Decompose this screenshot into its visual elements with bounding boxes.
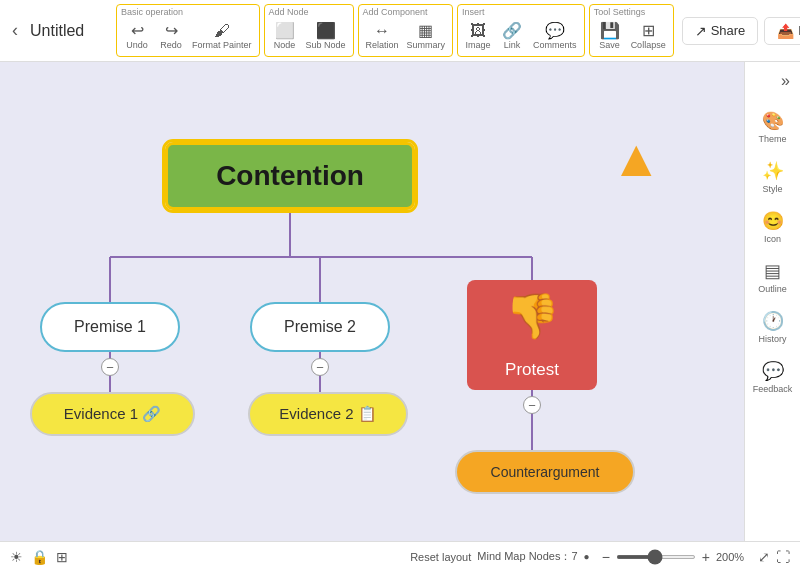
icon-icon: 😊: [762, 210, 784, 232]
undo-button[interactable]: ↩ Undo: [121, 19, 153, 52]
toolbar-buttons-basic: ↩ Undo ↪ Redo 🖌 Format Painter: [121, 19, 255, 52]
theme-label: Theme: [758, 134, 786, 144]
sidebar-collapse-area: »: [745, 70, 800, 92]
evidence1-label: Evidence 1 🔗: [64, 405, 161, 423]
premise2-node[interactable]: Premise 2: [250, 302, 390, 352]
toolbar-buttons-tool-settings: 💾 Save ⊞ Collapse: [594, 19, 669, 52]
node-icon: ⬜: [275, 21, 295, 40]
summary-icon: ▦: [418, 21, 433, 40]
header: ‹ Untitled Basic operation ↩ Undo ↪ Redo…: [0, 0, 800, 62]
statusbar-grid-icon[interactable]: ⊞: [56, 549, 68, 565]
link-icon: 🔗: [502, 21, 522, 40]
statusbar-sun-icon[interactable]: ☀: [10, 549, 23, 565]
toolbar-group-add-node-label: Add Node: [269, 7, 309, 17]
format-painter-label: Format Painter: [192, 40, 252, 50]
export-button[interactable]: 📤 Export: [764, 17, 800, 45]
contention-label: Contention: [216, 160, 364, 192]
link-button[interactable]: 🔗 Link: [496, 19, 528, 52]
toolbar: Basic operation ↩ Undo ↪ Redo 🖌 Format P…: [116, 4, 674, 57]
comments-button[interactable]: 💬 Comments: [530, 19, 580, 52]
image-label: Image: [466, 40, 491, 50]
style-label: Style: [762, 184, 782, 194]
theme-icon: 🎨: [762, 110, 784, 132]
statusbar-lock-icon[interactable]: 🔒: [31, 549, 48, 565]
share-export-group: ↗ Share 📤 Export: [682, 17, 800, 45]
fit-screen-icon[interactable]: ⤢: [758, 549, 770, 565]
node-label: Node: [274, 40, 296, 50]
toolbar-group-add-component-label: Add Component: [363, 7, 428, 17]
canvas[interactable]: ▲ Contention Premise 1 Premise 2 👎 Prote…: [0, 62, 744, 541]
toolbar-buttons-add-node: ⬜ Node ⬛ Sub Node: [269, 19, 349, 52]
feedback-label: Feedback: [753, 384, 793, 394]
evidence1-node[interactable]: Evidence 1 🔗: [30, 392, 195, 436]
relation-button[interactable]: ↔ Relation: [363, 19, 402, 52]
sidebar-item-icon[interactable]: 😊 Icon: [745, 204, 800, 250]
counterargument-node[interactable]: Counterargument: [455, 450, 635, 494]
relation-icon: ↔: [374, 21, 390, 40]
sub-node-button[interactable]: ⬛ Sub Node: [303, 19, 349, 52]
redo-label: Redo: [160, 40, 182, 50]
toolbar-group-tool-settings: Tool Settings 💾 Save ⊞ Collapse: [589, 4, 674, 57]
collapse-premise1-button[interactable]: −: [101, 358, 119, 376]
fullscreen-icon[interactable]: ⛶: [776, 549, 790, 565]
redo-button[interactable]: ↪ Redo: [155, 19, 187, 52]
summary-button[interactable]: ▦ Summary: [404, 19, 449, 52]
zoom-in-icon[interactable]: +: [702, 549, 710, 565]
premise2-label: Premise 2: [284, 318, 356, 336]
sidebar-item-style[interactable]: ✨ Style: [745, 154, 800, 200]
collapse-premise2-button[interactable]: −: [311, 358, 329, 376]
toolbar-group-basic-label: Basic operation: [121, 7, 183, 17]
image-button[interactable]: 🖼 Image: [462, 19, 494, 52]
share-label: Share: [711, 23, 746, 38]
main-area: ▲ Contention Premise 1 Premise 2 👎 Prote…: [0, 62, 800, 541]
save-icon: 💾: [600, 21, 620, 40]
history-icon: 🕐: [762, 310, 784, 332]
collapse-icon: ⊞: [642, 21, 655, 40]
zoom-slider[interactable]: [616, 555, 696, 559]
zoom-out-icon[interactable]: −: [602, 549, 610, 565]
counterargument-label: Counterargument: [491, 464, 600, 480]
toolbar-buttons-insert: 🖼 Image 🔗 Link 💬 Comments: [462, 19, 580, 52]
sidebar-item-history[interactable]: 🕐 History: [745, 304, 800, 350]
sidebar-item-feedback[interactable]: 💬 Feedback: [745, 354, 800, 400]
statusbar-expand-icons: ⤢ ⛶: [758, 549, 790, 565]
history-label: History: [758, 334, 786, 344]
evidence2-label: Evidence 2 📋: [279, 405, 376, 423]
style-icon: ✨: [762, 160, 784, 182]
export-icon: 📤: [777, 23, 794, 39]
contention-node[interactable]: Contention: [165, 142, 415, 210]
protest-node[interactable]: 👎 Protest: [467, 280, 597, 390]
premise1-node[interactable]: Premise 1: [40, 302, 180, 352]
statusbar: ☀ 🔒 ⊞ Reset layout Mind Map Nodes：7 ● − …: [0, 541, 800, 571]
toolbar-group-add-component: Add Component ↔ Relation ▦ Summary: [358, 4, 454, 57]
format-painter-icon: 🖌: [214, 21, 230, 40]
sidebar-collapse-button[interactable]: »: [775, 70, 796, 92]
thumbsdown-icon: 👎: [505, 290, 560, 342]
node-button[interactable]: ⬜ Node: [269, 19, 301, 52]
statusbar-dot-icon: ●: [584, 551, 590, 562]
share-button[interactable]: ↗ Share: [682, 17, 759, 45]
reset-layout-button[interactable]: Reset layout: [410, 551, 471, 563]
outline-label: Outline: [758, 284, 787, 294]
format-painter-button[interactable]: 🖌 Format Painter: [189, 19, 255, 52]
share-icon: ↗: [695, 23, 707, 39]
zoom-level-label: 200%: [716, 551, 752, 563]
statusbar-left-icons: ☀ 🔒 ⊞: [10, 549, 68, 565]
sidebar-item-theme[interactable]: 🎨 Theme: [745, 104, 800, 150]
undo-label: Undo: [126, 40, 148, 50]
toolbar-group-add-node: Add Node ⬜ Node ⬛ Sub Node: [264, 4, 354, 57]
evidence2-node[interactable]: Evidence 2 📋: [248, 392, 408, 436]
statusbar-center: Reset layout Mind Map Nodes：7 ●: [410, 549, 589, 564]
back-button[interactable]: ‹: [8, 16, 22, 45]
toolbar-buttons-add-component: ↔ Relation ▦ Summary: [363, 19, 449, 52]
premise1-label: Premise 1: [74, 318, 146, 336]
icon-label: Icon: [764, 234, 781, 244]
sidebar-item-outline[interactable]: ▤ Outline: [745, 254, 800, 300]
collapse-button[interactable]: ⊞ Collapse: [628, 19, 669, 52]
save-label: Save: [599, 40, 620, 50]
collapse-protest-button[interactable]: −: [523, 396, 541, 414]
node-count-label: Mind Map Nodes：7: [477, 549, 577, 564]
right-sidebar: » 🎨 Theme ✨ Style 😊 Icon ▤ Outline 🕐 His…: [744, 62, 800, 541]
save-button[interactable]: 💾 Save: [594, 19, 626, 52]
feedback-icon: 💬: [762, 360, 784, 382]
